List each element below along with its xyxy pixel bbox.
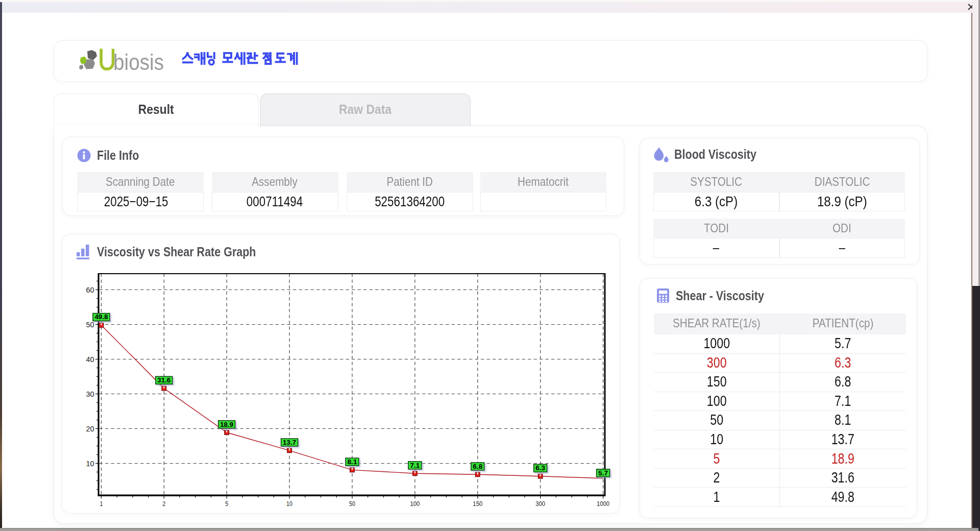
svg-text:30: 30: [86, 390, 94, 398]
svg-text:60: 60: [86, 285, 94, 294]
svg-text:6.3: 6.3: [535, 465, 545, 472]
svg-text:150: 150: [473, 500, 482, 508]
svg-text:49.8: 49.8: [94, 313, 108, 321]
svg-text:20: 20: [86, 424, 94, 433]
svg-text:300: 300: [535, 500, 545, 508]
svg-text:5: 5: [225, 500, 228, 508]
svg-text:13.7: 13.7: [283, 439, 296, 446]
svg-text:50: 50: [349, 500, 355, 508]
svg-text:8.1: 8.1: [348, 458, 357, 466]
svg-text:1000: 1000: [597, 500, 609, 508]
svg-text:6.8: 6.8: [473, 463, 482, 470]
svg-text:100: 100: [410, 500, 420, 508]
svg-text:1: 1: [100, 500, 103, 508]
svg-text:5.7: 5.7: [598, 470, 608, 477]
svg-text:10: 10: [286, 500, 292, 508]
svg-text:2: 2: [162, 500, 165, 508]
svg-text:10: 10: [86, 459, 94, 468]
svg-text:31.6: 31.6: [157, 377, 170, 384]
svg-text:7.1: 7.1: [410, 462, 420, 469]
svg-text:40: 40: [86, 355, 94, 364]
svg-text:18.9: 18.9: [220, 421, 233, 428]
